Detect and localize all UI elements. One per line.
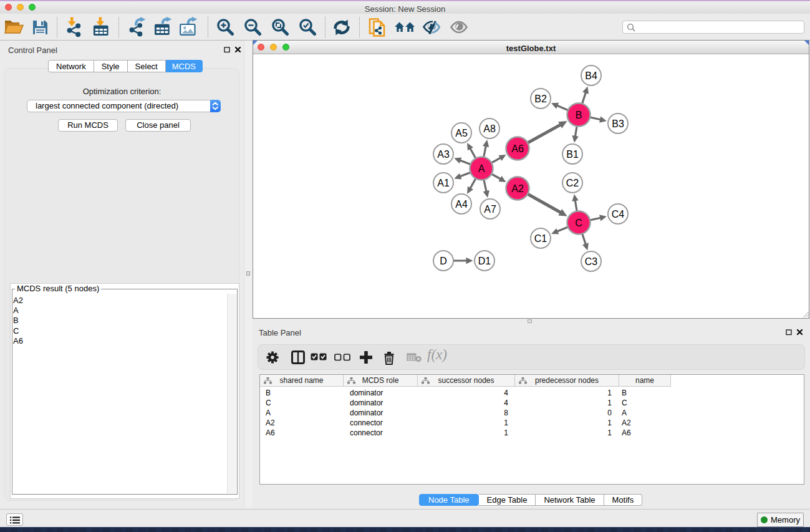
svg-text:B1: B1 <box>566 149 579 160</box>
svg-text:B2: B2 <box>534 94 547 104</box>
svg-text:A4: A4 <box>455 199 468 210</box>
svg-text:D1: D1 <box>478 256 491 266</box>
svg-text:A6: A6 <box>511 143 524 154</box>
svg-text:B4: B4 <box>585 70 597 81</box>
svg-text:A5: A5 <box>455 128 468 138</box>
svg-text:D: D <box>440 256 447 266</box>
svg-text:C4: C4 <box>612 209 625 220</box>
svg-text:C2: C2 <box>566 178 579 188</box>
svg-text:A1: A1 <box>437 178 450 188</box>
svg-text:C3: C3 <box>585 256 598 267</box>
svg-text:B: B <box>576 110 582 120</box>
svg-text:A2: A2 <box>511 183 524 194</box>
svg-text:C: C <box>575 218 582 228</box>
svg-text:A8: A8 <box>483 123 496 134</box>
svg-text:A: A <box>478 163 485 174</box>
svg-text:B3: B3 <box>612 118 624 129</box>
svg-text:C1: C1 <box>534 233 547 244</box>
svg-text:A3: A3 <box>437 149 450 160</box>
svg-text:A7: A7 <box>484 204 496 215</box>
